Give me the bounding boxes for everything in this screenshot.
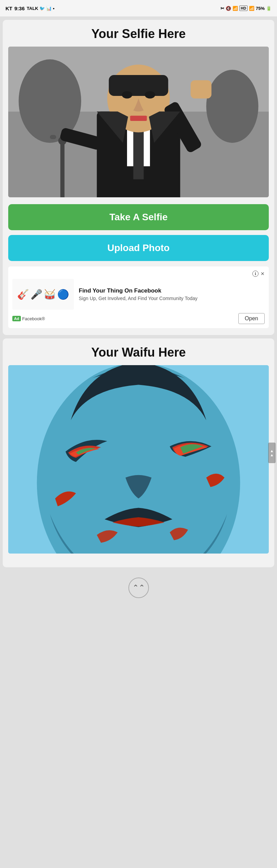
svg-rect-7 [50,135,56,139]
svg-point-4 [206,70,258,143]
facebook-emoji: 🔵 [57,289,69,300]
battery-label: 75% [256,6,265,11]
scroll-indicator: ▲ ▲ [268,443,276,463]
mic-emoji: 🎤 [30,289,42,300]
ad-close-button[interactable]: ✕ [261,271,265,276]
ad-info-row: ℹ ✕ [12,271,265,277]
upload-photo-button[interactable]: Upload Photo [8,235,269,261]
wifi-icon: 📶 [232,6,238,11]
ad-label: Ad Facebook® [12,316,45,321]
selfie-title: Your Selfie Here [8,27,269,41]
ad-advertiser: Facebook® [22,316,45,321]
selfie-image [8,47,269,197]
svg-rect-12 [109,75,168,96]
status-left: KT 9:36 TALK 🐦 📊 • [5,5,54,11]
take-selfie-button[interactable]: Take A Selfie [8,204,269,230]
battery-icon: 🔋 [266,6,272,11]
ad-open-button[interactable]: Open [238,313,265,324]
scroll-up-button[interactable]: ⌃⌃ [128,578,149,598]
ad-image: 🎸 🎤 🥁 🔵 [12,279,74,310]
drum-emoji: 🥁 [44,289,56,300]
waifu-title: Your Waifu Here [8,345,269,360]
status-right: ✂ 🔇 📶 HD 📶 75% 🔋 [221,5,272,11]
status-bar: KT 9:36 TALK 🐦 📊 • ✂ 🔇 📶 HD 📶 75% 🔋 [0,0,277,16]
ad-content: 🎸 🎤 🥁 🔵 Find Your Thing On Facebook Sign… [12,279,265,310]
svg-rect-15 [130,116,147,121]
ad-banner: ℹ ✕ 🎸 🎤 🥁 🔵 Find Your Thing On Facebook … [8,266,269,328]
ad-text: Find Your Thing On Facebook Sign Up, Get… [79,287,265,301]
ad-description: Sign Up, Get Involved, And Find Your Com… [79,296,265,301]
signal-icon: 📶 [249,6,254,11]
waifu-image [8,365,269,554]
ad-footer: Ad Facebook® Open [12,313,265,324]
guitar-emoji: 🎸 [17,289,29,300]
waifu-card-wrapper: Your Waifu Here [0,338,277,567]
hd-badge: HD [239,5,248,11]
ad-info-icon[interactable]: ℹ [252,271,259,277]
scroll-up-container: ⌃⌃ [0,571,277,615]
svg-point-13 [122,91,132,98]
waifu-card: Your Waifu Here [3,338,274,567]
selfie-card: Your Selfie Here [3,20,274,335]
mute-icon: 🔇 [226,6,231,11]
svg-rect-5 [60,138,64,197]
status-time: 9:36 [14,5,25,11]
ad-title: Find Your Thing On Facebook [79,287,265,294]
svg-rect-17 [191,80,212,98]
chevron-double-up-icon: ⌃⌃ [133,583,145,592]
carrier-label: KT [5,5,12,11]
app-icons: TALK 🐦 📊 • [27,6,54,11]
sim-icon: ✂ [221,6,224,11]
svg-point-14 [145,91,155,98]
ad-badge: Ad [12,316,21,321]
